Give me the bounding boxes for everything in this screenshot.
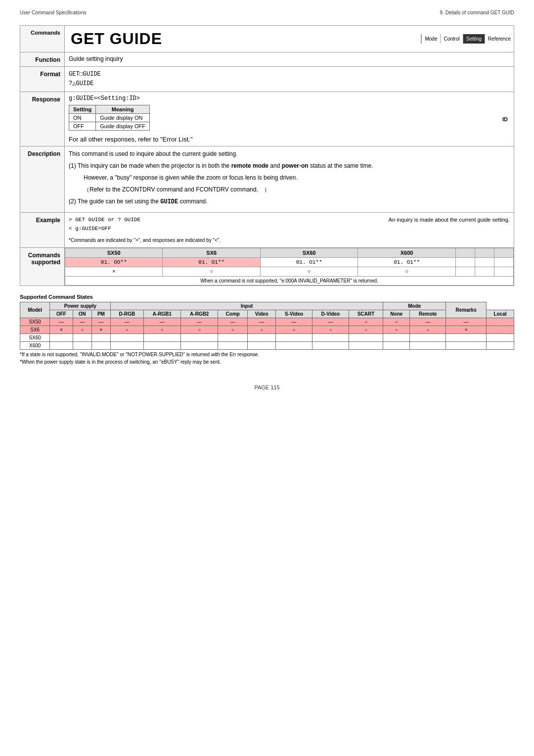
example-line1: > GET GUIDE or ? GUIDE bbox=[69, 216, 140, 225]
function-value: Guide setting inquiry bbox=[65, 52, 514, 67]
col-argb1: A-RGB1 bbox=[143, 310, 180, 318]
sx50-row1: 01. OO** bbox=[65, 257, 163, 267]
sx60-row1: 01. O1** bbox=[260, 257, 357, 267]
mode-label: Mode bbox=[421, 34, 440, 44]
setting-label: Setting bbox=[463, 34, 485, 44]
empty2 bbox=[475, 257, 494, 267]
control-label: Control bbox=[440, 34, 462, 44]
table-row: OFF Guide display OFF bbox=[69, 122, 150, 131]
header-right: 9. Details of command GET GUID bbox=[440, 10, 514, 15]
example-note: *Commands are indicated by ">", and resp… bbox=[69, 236, 510, 244]
col-comp: Comp bbox=[218, 310, 248, 318]
desc-line3: However, a "busy" response is given whil… bbox=[84, 173, 510, 182]
sx60-row2: ○ bbox=[260, 267, 357, 276]
col-scart: SCART bbox=[349, 310, 383, 318]
meaning-col-header: Meaning bbox=[96, 105, 150, 114]
col-off: OFF bbox=[50, 310, 73, 318]
commands-supported-label: Commands supported bbox=[20, 247, 65, 285]
col-drgb: D-RGB bbox=[111, 310, 144, 318]
desc-line5: (2) The guide can be set using the GUIDE… bbox=[69, 197, 510, 206]
page-title: GET GUIDE bbox=[65, 26, 168, 52]
col-local: Local bbox=[486, 310, 514, 318]
empty6 bbox=[494, 267, 513, 276]
empty5 bbox=[475, 267, 494, 276]
supported-states-title: Supported Command States bbox=[20, 294, 514, 300]
response-table: Setting Meaning ON Guide display ON OFF … bbox=[69, 105, 150, 131]
example-label: Example bbox=[20, 213, 65, 247]
col-on: ON bbox=[73, 310, 91, 318]
states-row-sx50: SX50 ——— ———————○○ —— bbox=[20, 318, 514, 326]
col-remote: Remote bbox=[410, 310, 446, 318]
footnote1: *If a state is not supported, "INVALID.M… bbox=[20, 352, 514, 357]
description-label: Description bbox=[20, 146, 65, 213]
id-label: ID bbox=[502, 116, 508, 122]
col-video: Video bbox=[247, 310, 275, 318]
response-label: Response bbox=[20, 92, 65, 146]
col-dvideo: D-Video bbox=[312, 310, 349, 318]
col-argb2: A-RGB2 bbox=[181, 310, 218, 318]
desc-line2: (1) This inquiry can be made when the pr… bbox=[69, 161, 510, 170]
col-power-supply: Power supply bbox=[50, 302, 111, 310]
col-remarks: Remarks bbox=[446, 302, 487, 318]
states-row-sx6: SX6 ×○× ○○○○○○○○○ ○× bbox=[20, 326, 514, 333]
col-input: Input bbox=[111, 302, 383, 310]
error-ref: For all other responses, refer to "Error… bbox=[69, 136, 510, 143]
x600-row2: ○ bbox=[358, 267, 455, 276]
sx6-row2: ○ bbox=[163, 267, 260, 276]
page-footer: PAGE 115 bbox=[20, 384, 514, 390]
function-label: Function bbox=[20, 52, 65, 67]
setting-col-header: Setting bbox=[69, 105, 96, 114]
format-line1: GET□GUIDE bbox=[69, 70, 510, 79]
sx6-row1: 01. O1** bbox=[163, 257, 260, 267]
format-label: Format bbox=[20, 67, 65, 92]
header-left: User Command Specifications bbox=[20, 10, 87, 15]
commands-note: When a command is not supported, "e:000A… bbox=[65, 276, 514, 285]
x600-row1: 01. O1** bbox=[358, 257, 455, 267]
states-row-x600: X600 bbox=[20, 341, 514, 349]
col-pm: PM bbox=[91, 310, 110, 318]
sx50-row2: × bbox=[65, 267, 163, 276]
col-none: None bbox=[383, 310, 410, 318]
format-line2: ?△GUIDE bbox=[69, 79, 510, 89]
table-row: ON Guide display ON bbox=[69, 114, 150, 122]
empty4 bbox=[455, 267, 475, 276]
states-row-sx60: SX60 bbox=[20, 333, 514, 341]
empty3 bbox=[494, 257, 513, 267]
empty1 bbox=[455, 257, 475, 267]
col-svideo: S-Video bbox=[276, 310, 312, 318]
example-line2: < g:GUIDE=OFF bbox=[69, 225, 510, 234]
col-model: Model bbox=[20, 302, 50, 318]
response-value: g:GUIDE=<Setting:ID> bbox=[69, 95, 510, 102]
example-line1-note: An inquiry is made about the current gui… bbox=[389, 216, 510, 225]
footnote2: *When the power supply state is in the p… bbox=[20, 359, 514, 365]
commands-label: Commands bbox=[20, 26, 65, 52]
col-mode: Mode bbox=[383, 302, 446, 310]
reference-label: Reference bbox=[485, 34, 514, 44]
desc-line1: This command is used to inquire about th… bbox=[69, 149, 510, 158]
desc-line4: （Refer to the ZCONTDRV command and FCONT… bbox=[84, 185, 510, 194]
